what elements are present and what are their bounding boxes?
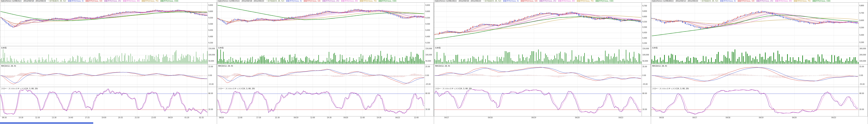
indicator-label: 一目均衡表(9, 26, 52) bbox=[700, 0, 718, 2]
indicator-label: 移動平均(Close, 40) bbox=[775, 0, 792, 2]
panels-row: 日経225mini 12/06(5分)2012/04/18～2012/04/23… bbox=[0, 0, 868, 124]
indicator-label: 移動平均(Close, 10) bbox=[304, 0, 320, 2]
chart-panel: 日経225mini 12/06(30分)2012/04/16～2012/04/2… bbox=[434, 0, 651, 124]
chart-plot-canvas[interactable] bbox=[434, 2, 651, 124]
chart-plot-canvas[interactable] bbox=[217, 2, 434, 124]
panel-header: 日経225mini 12/06(30分)2012/04/16～2012/04/2… bbox=[434, 0, 651, 2]
chart-plot-canvas[interactable] bbox=[0, 2, 217, 124]
indicator-label: 移動平均(Close, 75) bbox=[142, 0, 158, 2]
indicator-label: 移動平均(Close, 25) bbox=[539, 0, 556, 2]
chart-panel: 日経225mini 12/06(5分)2012/04/18～2012/04/23… bbox=[0, 0, 217, 124]
indicator-label: 移動平均(Close, 75) bbox=[360, 0, 377, 2]
chart-date-range: 2012/04/12～2012/04/23 bbox=[676, 0, 698, 2]
chart-title: 日経225mini 12/06(30分) bbox=[435, 0, 457, 2]
indicator-label: 移動平均(Close, 10) bbox=[86, 0, 102, 2]
chart-date-range: 2012/04/18～2012/04/23 bbox=[242, 0, 264, 2]
chart-date-range: 2012/04/18～2012/04/23 bbox=[23, 0, 46, 2]
chart-title: 日経225mini 12/06(60分) bbox=[652, 0, 674, 2]
h-scrollbar-thumb[interactable] bbox=[0, 122, 93, 124]
indicator-label: 移動平均(Close, 25) bbox=[104, 0, 121, 2]
indicator-label: 移動平均(Close, 75) bbox=[794, 0, 811, 2]
panel-header: 日経225mini 12/06(5分)2012/04/18～2012/04/23… bbox=[0, 0, 217, 2]
indicator-label: 移動平均(Close, 40) bbox=[123, 0, 140, 2]
indicator-label: 一目均衡表(9, 26, 52) bbox=[48, 0, 66, 2]
indicator-label: 移動平均(Close, 150) bbox=[160, 0, 178, 2]
chart-panel: 日経225mini 12/06(15分)2012/04/18～2012/04/2… bbox=[217, 0, 434, 124]
indicator-label: 移動平均(Close, 40) bbox=[558, 0, 575, 2]
indicator-label: 移動平均(Close, 10) bbox=[521, 0, 537, 2]
indicator-label: 移動平均(Close, 25) bbox=[322, 0, 339, 2]
panel-header: 日経225mini 12/06(15分)2012/04/18～2012/04/2… bbox=[217, 0, 434, 2]
panel-header: 日経225mini 12/06(60分)2012/04/12～2012/04/2… bbox=[651, 0, 868, 2]
chart-date-range: 2012/04/16～2012/04/23 bbox=[459, 0, 481, 2]
indicator-label: 移動平均(Close, 25) bbox=[756, 0, 773, 2]
chart-panel: 日経225mini 12/06(60分)2012/04/12～2012/04/2… bbox=[651, 0, 868, 124]
indicator-label: 移動平均(Close, 150) bbox=[812, 0, 831, 2]
indicator-label: 移動平均(Close, 40) bbox=[341, 0, 358, 2]
indicator-label: 一目均衡表(9, 26, 52) bbox=[266, 0, 284, 2]
h-scrollbar-track[interactable] bbox=[0, 122, 217, 124]
indicator-label: 移動平均(Close, 5) bbox=[286, 0, 302, 2]
indicator-label: 一目均衡表(9, 26, 52) bbox=[483, 0, 501, 2]
indicator-label: 移動平均(Close, 5) bbox=[503, 0, 519, 2]
indicator-label: 移動平均(Close, 5) bbox=[68, 0, 84, 2]
indicator-label: 移動平均(Close, 150) bbox=[595, 0, 614, 2]
chart-title: 日経225mini 12/06(15分) bbox=[218, 0, 240, 2]
chart-plot-canvas[interactable] bbox=[651, 2, 868, 124]
indicator-label: 移動平均(Close, 150) bbox=[378, 0, 397, 2]
indicator-label: 移動平均(Close, 75) bbox=[577, 0, 594, 2]
indicator-label: 移動平均(Close, 5) bbox=[720, 0, 736, 2]
indicator-label: 移動平均(Close, 10) bbox=[738, 0, 754, 2]
chart-title: 日経225mini 12/06(5分) bbox=[1, 0, 22, 2]
